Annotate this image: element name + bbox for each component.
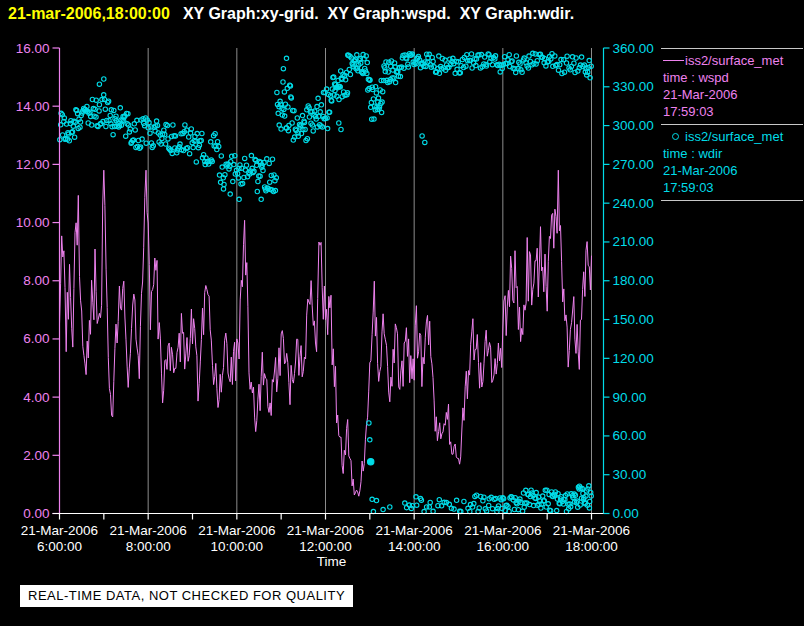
x-axis: 21-Mar-20066:00:0021-Mar-20068:00:0021-M… xyxy=(21,514,630,570)
wdir-point xyxy=(189,127,193,131)
wdir-point xyxy=(423,140,427,144)
wdir-point xyxy=(490,507,494,511)
x-axis-title: Time xyxy=(317,554,347,569)
wdir-point xyxy=(138,145,142,149)
wdir-point xyxy=(315,104,319,108)
wdir-circle-marker-icon xyxy=(672,133,679,140)
wdir-point xyxy=(281,67,285,71)
wdir-point xyxy=(318,110,322,114)
x-axis-date-label: 21-Mar-2006 xyxy=(110,523,187,538)
wdir-point xyxy=(279,127,283,131)
right-axis-tick-label: 300.00 xyxy=(613,118,654,133)
wdir-point xyxy=(555,508,559,512)
wdir-point xyxy=(102,77,106,81)
wdir-point xyxy=(307,115,311,119)
quality-notice: REAL-TIME DATA, NOT CHECKED FOR QUALITY xyxy=(20,585,353,607)
wdir-point xyxy=(534,490,538,494)
wdir-point xyxy=(381,507,385,511)
right-axis: 360.00330.00300.00270.00240.00210.00180.… xyxy=(604,41,654,522)
wdir-point xyxy=(454,498,458,502)
x-axis-date-label: 21-Mar-2006 xyxy=(376,523,453,538)
wdir-legend-time: 17:59:03 xyxy=(663,179,803,196)
wdir-point xyxy=(194,160,198,164)
right-axis-tick-label: 90.00 xyxy=(613,390,647,405)
x-axis-date-label: 21-Mar-2006 xyxy=(287,523,364,538)
wdir-point xyxy=(487,503,491,507)
wdir-point xyxy=(284,56,288,60)
wdir-point xyxy=(259,197,263,201)
wdir-point xyxy=(106,99,110,103)
wdir-point xyxy=(415,503,419,507)
wdir-point xyxy=(221,187,225,191)
wdir-point xyxy=(154,119,158,123)
wdir-point xyxy=(348,72,352,76)
wdir-point xyxy=(232,162,236,166)
wdir-point xyxy=(231,179,235,183)
x-axis-time-label: 8:00:00 xyxy=(126,539,171,554)
wdir-point xyxy=(215,140,219,144)
right-axis-tick-label: 330.00 xyxy=(613,79,654,94)
wdir-point xyxy=(406,65,410,69)
wdir-point xyxy=(228,192,232,196)
wdir-point xyxy=(108,113,112,117)
wdir-point xyxy=(103,107,107,111)
wdir-point xyxy=(209,140,213,144)
wdir-point xyxy=(311,129,315,133)
wdir-point xyxy=(265,157,269,161)
x-axis-time-label: 16:00:00 xyxy=(477,539,530,554)
wdir-point xyxy=(290,121,294,125)
wdir-point xyxy=(365,60,369,64)
wdir-point xyxy=(565,54,569,58)
wdir-point xyxy=(111,133,115,137)
wdir-point xyxy=(163,142,167,146)
wdir-point xyxy=(97,82,101,86)
left-axis-tick-label: 12.00 xyxy=(16,157,50,172)
wdir-point xyxy=(244,163,248,167)
wdir-point xyxy=(388,505,392,509)
x-axis-time-label: 10:00:00 xyxy=(211,539,264,554)
x-axis-time-label: 14:00:00 xyxy=(388,539,441,554)
wdir-point xyxy=(295,116,299,120)
wdir-point xyxy=(249,153,253,157)
wdir-point xyxy=(268,180,272,184)
wdir-point xyxy=(187,152,191,156)
wdir-point xyxy=(490,62,494,66)
wdir-point xyxy=(286,105,290,109)
left-axis-tick-label: 8.00 xyxy=(23,273,49,288)
wdir-point xyxy=(222,182,226,186)
left-axis: 16.0014.0012.0010.008.006.004.002.000.00 xyxy=(16,41,60,522)
x-axis-date-label: 21-Mar-2006 xyxy=(553,523,630,538)
left-axis-tick-label: 10.00 xyxy=(16,215,50,230)
legend: iss2/surface_met time : wspd 21-Mar-2006… xyxy=(661,48,803,201)
right-axis-tick-label: 120.00 xyxy=(613,351,654,366)
wdir-point xyxy=(171,123,175,127)
wdir-point xyxy=(283,102,287,106)
wdir-point xyxy=(339,127,343,131)
wdir-legend-date: 21-Mar-2006 xyxy=(663,162,803,179)
legend-entry-wdir: iss2/surface_met time : wdir 21-Mar-2006… xyxy=(661,125,803,201)
wdir-point xyxy=(370,497,374,501)
wdir-point xyxy=(403,501,407,505)
wdir-point xyxy=(97,103,101,107)
right-axis-tick-label: 60.00 xyxy=(613,428,647,443)
wdir-point xyxy=(404,506,408,510)
wdir-point xyxy=(275,90,279,94)
wdir-point xyxy=(579,55,583,59)
x-axis-time-label: 6:00:00 xyxy=(37,539,82,554)
right-axis-tick-label: 210.00 xyxy=(613,234,654,249)
wdir-legend-variable: time : wdir xyxy=(663,145,803,162)
wspd-legend-date: 21-Mar-2006 xyxy=(663,86,803,103)
wdir-point xyxy=(255,189,259,193)
wdir-point xyxy=(337,121,341,125)
wdir-point xyxy=(183,123,187,127)
x-axis-date-label: 21-Mar-2006 xyxy=(198,523,275,538)
wdir-point xyxy=(118,106,122,110)
wdir-point xyxy=(355,53,359,57)
wspd-legend-variable: time : wspd xyxy=(663,69,803,86)
left-axis-tick-label: 4.00 xyxy=(23,390,49,405)
wspd-line-marker-icon xyxy=(663,60,684,61)
left-axis-tick-label: 16.00 xyxy=(16,41,50,56)
right-axis-tick-label: 360.00 xyxy=(613,41,654,56)
legend-entry-wspd: iss2/surface_met time : wspd 21-Mar-2006… xyxy=(661,49,803,125)
wspd-legend-time: 17:59:03 xyxy=(663,103,803,120)
